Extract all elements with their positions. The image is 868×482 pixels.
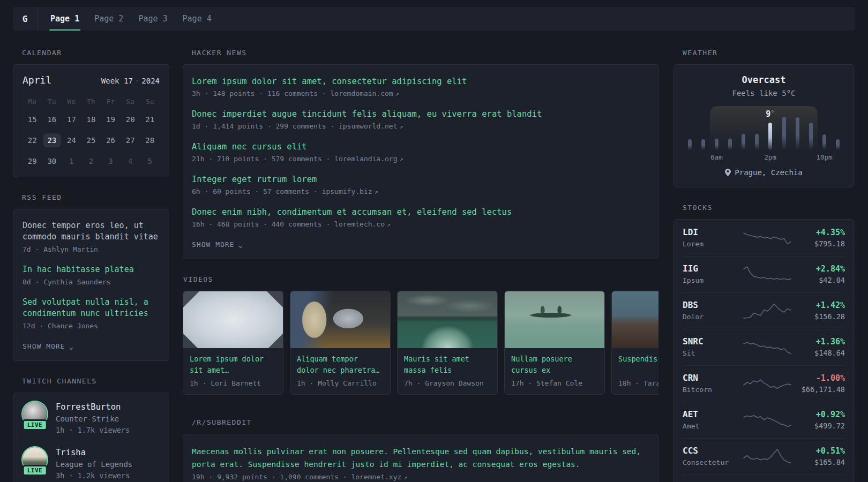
external-link-icon[interactable]: ↗: [401, 473, 407, 481]
video-card[interactable]: Aliquam tempor dolor nec pharetra… 1h · …: [290, 291, 391, 395]
weather-tick-label: 6am: [710, 153, 723, 161]
channel-viewers: 3h · 1.2k viewers: [56, 471, 132, 481]
video-card[interactable]: Nullam posuere cursus ex 17h · Stefan Co…: [504, 291, 605, 395]
hn-story-title[interactable]: Lorem ipsum dolor sit amet, consectetur …: [192, 76, 649, 87]
video-card[interactable]: Suspendisse diam 18h · Tara: [611, 291, 659, 395]
calendar-day: 20: [121, 112, 140, 126]
tab-page-4[interactable]: Page 4: [175, 7, 219, 31]
video-card[interactable]: Mauris sit amet massa felis 7h · Grayson…: [397, 291, 498, 395]
current-temp-label: 9°: [766, 109, 774, 119]
stock-price: $795.18: [794, 239, 845, 249]
tab-page-3[interactable]: Page 3: [131, 7, 175, 31]
weather-tick-label: 2pm: [764, 153, 776, 161]
stock-sparkline: [740, 228, 794, 248]
reddit-post-title[interactable]: Maecenas mollis pulvinar erat non posuer…: [192, 445, 649, 471]
stock-row[interactable]: CRN Bitcorn -1.00% $66,171.48: [683, 365, 845, 402]
calendar-day: 24: [62, 133, 81, 147]
rss-item-title[interactable]: Sed volutpat nulla nisl, a condimentum n…: [23, 297, 160, 319]
stock-row[interactable]: CCS Consectetur +0.51% $165.84: [683, 438, 845, 475]
hn-show-more-button[interactable]: SHOW MORE ⌄: [192, 240, 243, 248]
hn-story: Donec enim nibh, condimentum et accumsan…: [192, 206, 649, 230]
hn-story: Donec imperdiet augue tincidunt felis al…: [192, 108, 649, 132]
weather-bar: [782, 117, 786, 150]
stock-change: +2.84%: [794, 263, 845, 274]
stock-row[interactable]: LDI Lorem +4.35% $795.18: [683, 220, 845, 256]
stock-ticker: AET: [683, 409, 740, 420]
dashboard-layout: CALENDAR April Week 17·2024 Mo Tu We Th …: [0, 31, 868, 482]
video-thumbnail: [290, 291, 390, 348]
weather-bar: [688, 139, 692, 150]
location-pin-icon: [725, 169, 731, 176]
weekday-label: Fr: [101, 97, 121, 106]
external-link-icon[interactable]: ↗: [385, 221, 391, 228]
rss-item-title[interactable]: Donec tempor eros leo, ut commodo mauris…: [23, 220, 160, 243]
stock-price: $165.84: [794, 457, 845, 468]
hn-story-meta-text: 1d · 1,414 points · 299 comments · ipsum…: [192, 122, 398, 130]
reddit-post-meta: 19h · 9,932 points · 1,090 comments · lo…: [192, 472, 649, 482]
separator-dot: ·: [133, 77, 141, 85]
stock-price: $148.64: [794, 348, 845, 358]
live-badge: LIVE: [23, 465, 48, 476]
weather-bar: [755, 134, 759, 150]
rss-widget: RSS FEED Donec tempor eros leo, ut commo…: [13, 193, 169, 361]
twitch-channel-row[interactable]: LIVE ForrestBurton Counter-Strike 1h · 1…: [23, 402, 160, 435]
calendar-day: 21: [140, 112, 160, 126]
video-thumbnail: [612, 291, 659, 348]
tab-page-2[interactable]: Page 2: [87, 7, 131, 31]
video-title: Aliquam tempor dolor nec pharetra…: [297, 353, 384, 376]
stock-values: +1.36% $148.64: [794, 336, 845, 358]
stock-row[interactable]: AET Amet +0.92% $499.72: [683, 402, 845, 438]
subreddit-widget: /R/SUBREDDIT Maecenas mollis pulvinar er…: [183, 418, 659, 482]
weather-bar: [742, 134, 745, 150]
external-link-icon[interactable]: ↗: [393, 90, 399, 97]
stock-row[interactable]: SNRC Sit +1.36% $148.64: [683, 329, 845, 365]
calendar-week-label: Week 17: [101, 77, 133, 85]
video-meta: 18h · Tara: [618, 379, 659, 387]
calendar-widget: CALENDAR April Week 17·2024 Mo Tu We Th …: [13, 49, 169, 177]
tab-page-1[interactable]: Page 1: [43, 7, 87, 31]
rss-item-title[interactable]: In hac habitasse platea: [23, 264, 160, 275]
video-card[interactable]: Lorem ipsum dolor sit amet consectetu… 1…: [183, 291, 283, 395]
video-title: Suspendisse diam: [618, 353, 659, 376]
hn-story-title[interactable]: Donec enim nibh, condimentum et accumsan…: [192, 206, 649, 218]
channel-info: Trisha League of Legends 3h · 1.2k viewe…: [56, 447, 132, 481]
weekday-label: Su: [140, 97, 160, 106]
hn-story-title[interactable]: Donec imperdiet augue tincidunt felis al…: [192, 108, 649, 120]
stock-values: +0.51% $165.84: [794, 446, 845, 468]
weather-feels-like: Feels like 5°C: [683, 88, 845, 99]
stock-id: SNRC Sit: [683, 336, 740, 358]
stock-name: Amet: [683, 421, 740, 431]
stock-values: +2.84% $42.04: [794, 263, 845, 285]
external-link-icon[interactable]: ↗: [398, 123, 403, 130]
videos-row: Lorem ipsum dolor sit amet consectetu… 1…: [183, 291, 659, 395]
stock-row[interactable]: IIG Ipsum +2.84% $42.04: [683, 256, 845, 292]
stock-row[interactable]: AHS +0.46%: [683, 475, 845, 482]
external-link-icon[interactable]: ↗: [372, 188, 378, 195]
external-link-icon[interactable]: ↗: [398, 155, 403, 163]
video-thumbnail: [183, 291, 283, 348]
calendar-day: 22: [23, 133, 42, 147]
calendar-month: April: [23, 74, 51, 86]
stocks-section-label: STOCKS: [674, 204, 854, 212]
channel-info: ForrestBurton Counter-Strike 1h · 1.7k v…: [56, 402, 130, 435]
hn-story-title[interactable]: Integer eget rutrum lorem: [192, 174, 649, 185]
hn-story-title[interactable]: Aliquam nec cursus elit: [192, 141, 649, 153]
top-nav: G Page 1 Page 2 Page 3 Page 4: [13, 7, 855, 31]
app-logo[interactable]: G: [13, 7, 38, 31]
rss-card: Donec tempor eros leo, ut commodo mauris…: [13, 209, 169, 361]
stock-row[interactable]: DBS Dolor +1.42% $156.28: [683, 292, 845, 329]
calendar-section-label: CALENDAR: [13, 49, 169, 57]
weather-bar: [822, 134, 826, 150]
rss-show-more-button[interactable]: SHOW MORE ⌄: [23, 342, 74, 350]
stock-sparkline: [740, 337, 794, 357]
twitch-channel-row[interactable]: LIVE Trisha League of Legends 3h · 1.2k …: [23, 447, 160, 481]
weather-section-label: WEATHER: [674, 49, 854, 57]
rss-item: Sed volutpat nulla nisl, a condimentum n…: [23, 297, 160, 330]
stock-name: Ipsum: [683, 275, 740, 285]
stock-id: IIG Ipsum: [683, 263, 740, 285]
calendar-day: 18: [81, 112, 101, 126]
weekday-label: Th: [81, 97, 101, 106]
twitch-widget: TWITCH CHANNELS LIVE ForrestBurton Count…: [13, 377, 169, 482]
twitch-section-label: TWITCH CHANNELS: [13, 377, 169, 385]
stock-name: Bitcorn: [683, 385, 740, 395]
